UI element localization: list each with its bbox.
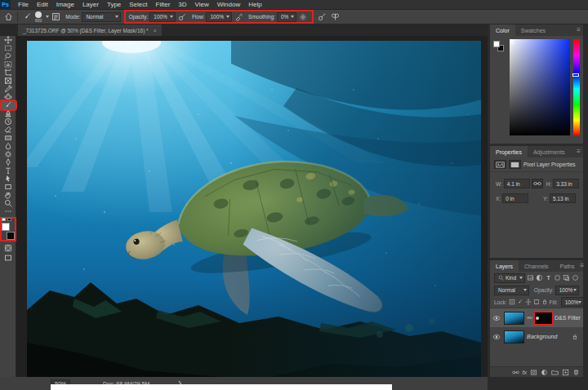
filter-type-layers-icon[interactable]: T [545, 274, 552, 282]
width-field[interactable]: 4.1 in [504, 179, 530, 188]
menu-layer[interactable]: Layer [78, 0, 103, 10]
pressure-size-icon[interactable] [317, 12, 327, 22]
menu-view[interactable]: View [191, 0, 213, 10]
clone-stamp-tool[interactable] [1, 109, 16, 117]
filter-shape-layers-icon[interactable] [554, 274, 561, 282]
tab-layers[interactable]: Layers [490, 260, 519, 272]
foreground-background-swatches[interactable] [2, 219, 15, 240]
gear-icon[interactable] [298, 12, 308, 22]
blur-tool[interactable] [1, 142, 16, 150]
hue-slider[interactable] [573, 39, 580, 135]
menu-type[interactable]: Type [103, 0, 125, 10]
dodge-tool[interactable] [1, 150, 16, 158]
panel-menu-icon[interactable]: ≡ [577, 148, 581, 155]
flow-dropdown[interactable]: 100% [206, 12, 232, 22]
menu-help[interactable]: Help [244, 0, 265, 10]
filter-kind-dropdown[interactable]: Kind [494, 273, 525, 283]
visibility-eye-icon[interactable] [492, 315, 501, 321]
layer-fill-dropdown[interactable]: 100% [561, 297, 584, 307]
lasso-tool[interactable] [1, 52, 16, 60]
height-field[interactable]: 3.33 in [553, 179, 579, 188]
x-field[interactable]: 0 in [502, 193, 528, 203]
menu-3d[interactable]: 3D [174, 0, 190, 10]
type-tool[interactable] [1, 166, 16, 175]
lock-transparency-icon[interactable] [509, 298, 515, 306]
turtle-photo[interactable] [27, 41, 481, 377]
filter-adjustment-layers-icon[interactable] [536, 274, 543, 282]
frame-tool[interactable] [1, 77, 16, 85]
layer-name[interactable]: Background [527, 334, 557, 339]
layer-row-background[interactable]: Background [490, 327, 583, 346]
menu-select[interactable]: Select [125, 0, 151, 10]
menu-window[interactable]: Window [213, 0, 244, 10]
layer-style-fx-icon[interactable]: fx [523, 370, 527, 375]
saturation-brightness-field[interactable] [510, 39, 570, 135]
new-layer-icon[interactable] [561, 368, 569, 376]
home-icon[interactable] [3, 12, 13, 22]
panel-menu-icon[interactable]: ≡ [581, 263, 585, 269]
filter-smart-objects-icon[interactable] [563, 274, 570, 282]
filter-pixel-layers-icon[interactable] [527, 274, 534, 282]
brush-tool[interactable] [1, 101, 16, 109]
brush-settings-panel-icon[interactable] [51, 12, 60, 22]
opacity-dropdown[interactable]: 100% [149, 12, 176, 22]
menu-file[interactable]: File [14, 0, 33, 10]
canvas-area[interactable] [16, 36, 488, 377]
link-dimensions-icon[interactable] [532, 179, 543, 188]
background-color-swatch[interactable] [7, 232, 15, 240]
layer-mask-thumbnail[interactable] [535, 312, 552, 324]
pen-tool[interactable] [1, 158, 16, 166]
lock-artboard-icon[interactable] [533, 298, 540, 306]
rectangular-marquee-tool[interactable] [1, 44, 16, 52]
swap-colors-icon[interactable] [7, 218, 11, 221]
history-brush-tool[interactable] [1, 117, 16, 126]
rectangle-tool[interactable] [1, 183, 16, 191]
panel-menu-icon[interactable]: ≡ [577, 27, 581, 33]
layer-thumbnail[interactable] [504, 330, 524, 343]
tab-color[interactable]: Color [490, 24, 515, 36]
spot-healing-brush-tool[interactable] [1, 93, 16, 101]
delete-layer-icon[interactable] [572, 368, 580, 376]
object-selection-tool[interactable] [1, 60, 16, 69]
default-colors-icon[interactable] [2, 218, 6, 221]
tab-paths[interactable]: Paths [555, 260, 581, 272]
link-layers-icon[interactable] [512, 368, 520, 376]
layer-blend-mode-dropdown[interactable]: Normal [494, 286, 529, 295]
tab-swatches[interactable]: Swatches [515, 24, 551, 36]
filter-toggle-icon[interactable] [572, 274, 579, 282]
add-layer-mask-icon[interactable] [529, 368, 537, 376]
new-group-icon[interactable] [550, 368, 559, 376]
brush-size-preview[interactable]: 600 [35, 11, 42, 23]
adjustment-layer-icon[interactable] [540, 368, 548, 376]
y-field[interactable]: 5.13 in [550, 193, 576, 203]
eraser-tool[interactable] [1, 126, 16, 134]
crop-tool[interactable] [1, 69, 16, 77]
path-selection-tool[interactable] [1, 175, 16, 183]
blend-mode-dropdown[interactable]: Normal [82, 12, 121, 22]
visibility-eye-icon[interactable] [492, 334, 501, 340]
layer-opacity-dropdown[interactable]: 100% [555, 286, 579, 295]
lock-pixels-icon[interactable] [517, 298, 523, 306]
lock-position-icon[interactable] [525, 298, 532, 306]
hand-tool[interactable] [1, 191, 16, 199]
screen-mode-button[interactable] [1, 254, 16, 262]
layer-row-ds-filter[interactable]: D&S Filter [490, 308, 583, 327]
document-tab[interactable]: _7313725.ORF @ 50% (D&S Filter, Layer Ma… [18, 24, 162, 36]
smoothing-dropdown[interactable]: 0% [277, 12, 296, 22]
pressure-opacity-icon[interactable] [177, 12, 187, 22]
brush-picker-arrow-icon[interactable] [46, 16, 49, 18]
tab-channels[interactable]: Channels [519, 260, 555, 272]
menu-filter[interactable]: Filter [152, 0, 175, 10]
edit-toolbar-button[interactable] [1, 207, 16, 215]
zoom-tool[interactable] [1, 199, 16, 207]
tab-properties[interactable]: Properties [490, 146, 528, 157]
menu-edit[interactable]: Edit [33, 0, 52, 10]
menu-image[interactable]: Image [52, 0, 78, 10]
gradient-tool[interactable] [1, 134, 16, 142]
layer-name[interactable]: D&S Filter [555, 315, 581, 321]
eyedropper-tool[interactable] [1, 85, 16, 93]
move-tool[interactable] [1, 36, 16, 44]
layer-thumbnail[interactable] [504, 312, 524, 325]
foreground-color-swatch[interactable] [2, 223, 10, 231]
paint-symmetry-icon[interactable] [330, 12, 340, 22]
